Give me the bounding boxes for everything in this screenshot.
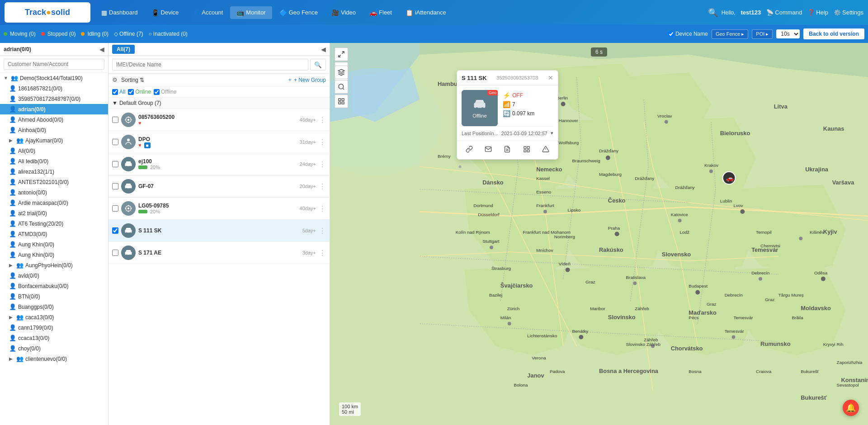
device-list: 085763605200 ♥ 46day+ ⋮ DPO ♥	[108, 109, 330, 425]
filter-all-checkbox[interactable]	[112, 89, 118, 95]
status-offline[interactable]: ◇ Offline (7)	[114, 31, 143, 37]
device-more-button[interactable]: ⋮	[319, 160, 326, 169]
popup-last-position[interactable]: Last Positionin... 2021-03-09 12:02:57 ▾	[462, 126, 553, 136]
filter-all-tag[interactable]: All	[112, 89, 125, 95]
nav-fleet[interactable]: 🚗 Fleet	[363, 6, 398, 19]
tree-item-antonio[interactable]: 👤 antonio(0/0)	[0, 187, 108, 198]
device-name-toggle[interactable]: Device Name	[668, 31, 708, 37]
nav-account[interactable]: 👤 Account	[186, 6, 229, 19]
tree-item-aungkhin2[interactable]: 👤 Aung Khin(0/0)	[0, 250, 108, 260]
tree-item-clientenuevo[interactable]: ▶ 👥 clientenuevo(0/0)	[0, 354, 108, 364]
interval-select[interactable]: 5s 10s 30s 60s	[776, 29, 800, 38]
filter-offline-checkbox[interactable]	[154, 89, 160, 95]
tree-item-alireza[interactable]: 👤 alireza132(1/1)	[0, 166, 108, 177]
tree-item-ainhoa[interactable]: 👤 Ainhoa(0/0)	[0, 125, 108, 135]
tree-item-buanggps[interactable]: 👤 Buanggps(0/0)	[0, 302, 108, 312]
popup-message-button[interactable]	[482, 145, 495, 156]
tree-item-btn[interactable]: 👤 BTN(0/0)	[0, 291, 108, 302]
tree-item-aungkhin1[interactable]: 👤 Aung Khin(0/0)	[0, 239, 108, 250]
device-search-input[interactable]	[112, 59, 308, 71]
app-logo[interactable]: Track●solid	[5, 2, 90, 23]
panel-collapse-button[interactable]: ◀	[321, 46, 326, 53]
tree-item-demo-group[interactable]: ▼ 👥 Demo(Stock144/Total190)	[0, 73, 108, 83]
popup-alert-button[interactable]	[539, 145, 552, 156]
tree-item-caca13[interactable]: ▶ 👥 caca13(0/0)	[0, 312, 108, 322]
tree-item-choy[interactable]: 👤 choy(0/0)	[0, 343, 108, 354]
map-fullscreen-button[interactable]	[335, 47, 348, 61]
device-more-button[interactable]: ⋮	[319, 227, 326, 235]
tree-item-cann1799[interactable]: 👤 cann1799(0/0)	[0, 322, 108, 333]
popup-link-button[interactable]	[463, 145, 476, 156]
tree-item-35985[interactable]: 👤 35985708172848?87(0/0)	[0, 94, 108, 104]
device-checkbox[interactable]	[112, 250, 118, 256]
device-name-checkbox[interactable]	[668, 31, 674, 37]
tree-item-ardie[interactable]: 👤 Ardie macaspac(0/0)	[0, 198, 108, 208]
tree-item-aungphyo[interactable]: ▶ 👥 AungPhyoHein(0/0)	[0, 260, 108, 270]
sidebar-collapse-button[interactable]: ◀	[99, 46, 104, 53]
device-info: S 111 SK	[138, 227, 300, 234]
tree-item-at6[interactable]: 👤 AT6 Testing(20/20)	[0, 218, 108, 229]
nav-iattendance[interactable]: 📋 iAttendance	[399, 6, 453, 19]
nav-device[interactable]: 📱 Device	[145, 6, 185, 19]
tree-item-ccaca13[interactable]: 👤 ccaca13(0/0)	[0, 333, 108, 343]
nav-video[interactable]: 🎥 Video	[325, 6, 362, 19]
svg-rect-7	[125, 163, 132, 166]
device-checkbox[interactable]	[112, 227, 118, 234]
filter-offline-tag[interactable]: Offline	[154, 89, 176, 95]
popup-grid-button[interactable]	[520, 145, 533, 156]
map-layers-button[interactable]	[335, 66, 348, 79]
device-search-button[interactable]: 🔍	[310, 59, 326, 71]
sort-button[interactable]: Sorting ⇅	[121, 77, 144, 83]
tree-item-ajay[interactable]: ▶ 👥 AjayKumar(0/0)	[0, 135, 108, 146]
device-more-button[interactable]: ⋮	[319, 204, 326, 213]
command-link[interactable]: 📡 Command	[766, 9, 802, 16]
popup-document-button[interactable]	[501, 145, 514, 156]
device-more-button[interactable]: ⋮	[319, 116, 326, 124]
device-more-button[interactable]: ⋮	[319, 249, 326, 257]
map-search-location-button[interactable]	[335, 80, 348, 94]
status-idling[interactable]: Idling (0)	[81, 31, 108, 37]
global-search-button[interactable]: 🔍	[704, 6, 722, 19]
device-checkbox[interactable]	[112, 139, 118, 145]
device-checkbox[interactable]	[112, 205, 118, 212]
tree-item-18616857821[interactable]: 👤 18616857821(0/0)	[0, 83, 108, 94]
popup-expand-icon[interactable]: ▾	[551, 130, 553, 136]
tree-item-ahmed[interactable]: 👤 Ahmed Abood(0/0)	[0, 114, 108, 125]
filter-online-checkbox[interactable]	[128, 89, 134, 95]
filter-online-tag[interactable]: Online	[128, 89, 151, 95]
tree-item-antest[interactable]: 👤 ANTEST202101(0/0)	[0, 177, 108, 187]
tree-item-ali-iedib[interactable]: 👤 Ali Iedib(0/0)	[0, 156, 108, 166]
notification-bell-button[interactable]: 🔔	[843, 400, 859, 416]
new-group-button[interactable]: ＋ + New Group	[287, 76, 326, 84]
tree-item-adrian[interactable]: 👤 adrian(0/0)	[0, 104, 108, 114]
nav-dashboard[interactable]: ▦ Dashboard	[95, 6, 144, 19]
tree-item-at2[interactable]: 👤 at2 trial(0/0)	[0, 208, 108, 218]
map-container[interactable]: Hamburg Berlin Drážďany Vroclav Krakov F…	[330, 43, 868, 425]
poi-filter-btn[interactable]: POI ▸	[752, 29, 773, 39]
nav-iattendance-label: iAttendance	[415, 9, 446, 16]
nav-monitor[interactable]: 📺 Monitor	[230, 6, 272, 19]
device-checkbox[interactable]	[112, 161, 118, 167]
device-more-button[interactable]: ⋮	[319, 138, 326, 146]
tree-item-ali[interactable]: 👤 Ali(0/0)	[0, 146, 108, 156]
nav-geo-fence[interactable]: 🔷 Geo Fence	[273, 6, 324, 19]
all-badge[interactable]: All(7)	[112, 45, 135, 54]
tree-label-clientenuevo: clientenuevo(0/0)	[25, 356, 67, 362]
account-search-input[interactable]	[4, 59, 104, 70]
svg-text:Hannover: Hannover	[559, 118, 579, 123]
tree-item-bonfacemabuku[interactable]: 👤 Bonfacemabuku(0/0)	[0, 281, 108, 291]
back-old-version-button[interactable]: Back to old version	[803, 28, 864, 39]
status-inactivated[interactable]: ○ Inactivated (0)	[149, 31, 188, 37]
map-route-button[interactable]	[335, 94, 348, 108]
popup-close-button[interactable]: ✕	[548, 74, 553, 81]
device-checkbox[interactable]	[112, 183, 118, 189]
device-checkbox[interactable]	[112, 117, 118, 123]
status-moving[interactable]: Moving (0)	[4, 31, 36, 37]
tree-item-avid[interactable]: 👤 avid(0/0)	[0, 270, 108, 281]
geo-fence-filter-btn[interactable]: Geo Fence ▸	[712, 29, 748, 39]
tree-item-atmd3[interactable]: 👤 ATMD3(0/0)	[0, 229, 108, 239]
settings-link[interactable]: ⚙️ Settings	[834, 9, 863, 16]
device-more-button[interactable]: ⋮	[319, 182, 326, 191]
status-stopped[interactable]: Stopped (0)	[41, 31, 76, 37]
help-link[interactable]: ❓ Help	[807, 9, 828, 16]
